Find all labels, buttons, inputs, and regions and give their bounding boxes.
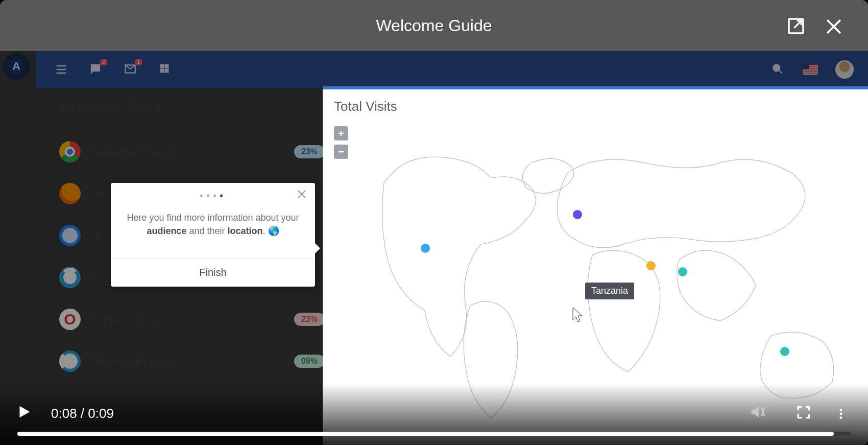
- video-progress[interactable]: [17, 432, 851, 436]
- video-progress-fill: [17, 432, 834, 436]
- titlebar-title: Welcome Guide: [376, 16, 492, 35]
- svg-point-8: [840, 416, 842, 419]
- close-button[interactable]: [823, 15, 845, 40]
- cursor-icon: [572, 307, 584, 323]
- svg-point-6: [840, 409, 842, 411]
- tour-popover: •••• Here you find more information abou…: [111, 183, 315, 287]
- map-dot[interactable]: [780, 347, 789, 356]
- map-dot[interactable]: [678, 267, 687, 276]
- fullscreen-button[interactable]: [795, 404, 812, 423]
- popover-caret-icon: [314, 242, 320, 254]
- mute-button[interactable]: [749, 403, 766, 423]
- zoom-in-button[interactable]: +: [334, 126, 348, 140]
- svg-point-7: [840, 413, 842, 415]
- titlebar: Welcome Guide: [0, 0, 868, 51]
- zoom-out-button[interactable]: −: [334, 145, 348, 159]
- map-dot[interactable]: [646, 261, 656, 270]
- video-time: 0:08 / 0:09: [51, 406, 114, 421]
- tour-close-icon[interactable]: [296, 188, 308, 202]
- map-dot[interactable]: [421, 244, 430, 253]
- popout-button[interactable]: [785, 15, 807, 39]
- map-tooltip: Tanzania: [585, 283, 634, 299]
- tour-body: Here you find more information about you…: [111, 202, 315, 258]
- map-dot[interactable]: [573, 210, 582, 219]
- play-button[interactable]: [15, 403, 33, 423]
- more-button[interactable]: [834, 407, 848, 423]
- tour-finish-button[interactable]: Finish: [111, 258, 315, 287]
- video-controls: 0:08 / 0:09: [0, 384, 868, 445]
- tour-pager: ••••: [111, 183, 315, 202]
